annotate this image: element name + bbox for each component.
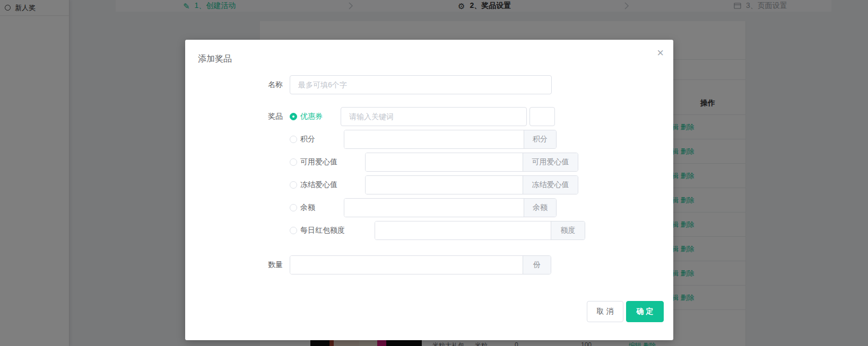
radio-coupon[interactable] — [290, 113, 297, 120]
coupon-count-input[interactable] — [530, 107, 555, 126]
points-suffix: 积分 — [524, 130, 556, 148]
balance-suffix: 余额 — [524, 199, 556, 217]
daily-quota-input[interactable] — [375, 221, 551, 239]
frozen-value-suffix: 冻结爱心值 — [523, 176, 578, 194]
name-input[interactable] — [290, 75, 552, 94]
quantity-input[interactable] — [290, 256, 523, 274]
coupon-keyword-input[interactable] — [341, 107, 527, 126]
balance-option-label: 余额 — [300, 198, 315, 217]
dialog-title: 添加奖品 — [198, 54, 232, 65]
daily-quota-suffix: 额度 — [551, 221, 585, 239]
close-icon[interactable]: × — [657, 47, 664, 59]
cancel-button[interactable]: 取 消 — [587, 301, 623, 322]
balance-input-group: 余额 — [344, 198, 557, 217]
points-option-label: 积分 — [300, 130, 315, 149]
confirm-button[interactable]: 确 定 — [626, 301, 664, 322]
points-input[interactable] — [344, 130, 524, 148]
love-value-suffix: 可用爱心值 — [523, 153, 578, 171]
daily-quota-input-group: 额度 — [375, 221, 585, 240]
add-prize-dialog: 添加奖品 × 名称 奖品 优惠券 积分 积分 可用爱心值 可用爱心值 冻结爱心值… — [185, 40, 673, 340]
daily-quota-option-label: 每日红包额度 — [300, 221, 345, 240]
name-label: 名称 — [253, 75, 283, 94]
radio-love-value[interactable] — [290, 158, 297, 166]
radio-daily-quota[interactable] — [290, 227, 297, 234]
quantity-label: 数量 — [253, 255, 283, 274]
prize-label: 奖品 — [253, 107, 283, 126]
quantity-suffix: 份 — [523, 256, 551, 274]
frozen-value-input[interactable] — [366, 176, 523, 194]
balance-input[interactable] — [344, 199, 524, 217]
frozen-value-option-label: 冻结爱心值 — [300, 175, 337, 194]
radio-points[interactable] — [290, 136, 297, 143]
love-value-input-group: 可用爱心值 — [365, 153, 578, 172]
radio-balance[interactable] — [290, 204, 297, 211]
points-input-group: 积分 — [344, 130, 557, 149]
love-value-option-label: 可用爱心值 — [300, 153, 337, 172]
radio-frozen-value[interactable] — [290, 181, 297, 189]
coupon-option-label: 优惠券 — [300, 107, 323, 126]
quantity-input-group: 份 — [290, 255, 551, 274]
love-value-input[interactable] — [366, 153, 523, 171]
frozen-value-input-group: 冻结爱心值 — [365, 175, 578, 194]
